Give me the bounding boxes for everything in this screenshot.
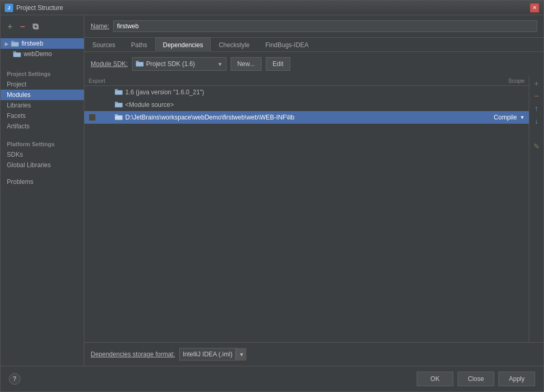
svg-rect-4 (13, 51, 16, 53)
sidebar-item-global-libraries[interactable]: Global Libraries (1, 160, 84, 170)
dep-scope-arrow-icon: ▼ (520, 115, 525, 120)
svg-rect-5 (14, 53, 20, 57)
sdk-folder-icon (136, 60, 144, 68)
tree-label-firstweb: firstweb (21, 40, 43, 47)
dep-export-cell-lib (89, 114, 115, 121)
dep-checkbox-lib[interactable] (89, 114, 96, 121)
dep-col-name-header (120, 78, 472, 84)
dep-col-scope-header: Scope (472, 78, 525, 84)
right-panel: Name: Sources Paths Dependencies Checkst… (84, 15, 543, 366)
name-input[interactable] (113, 20, 537, 32)
tree-toggle-firstweb: ▶ (5, 41, 11, 47)
sidebar-add-button[interactable]: + (5, 21, 15, 32)
sdk-dropdown[interactable]: Project SDK (1.6) ▼ (132, 57, 226, 71)
dep-table-header: Export Scope (84, 76, 529, 86)
dep-move-up-button[interactable]: ↑ (531, 103, 542, 114)
dep-scope-lib[interactable]: Compile ▼ (472, 114, 525, 121)
new-sdk-button[interactable]: New... (231, 57, 262, 71)
dep-name-jdk: 1.6 (java version "1.6.0_21") (125, 89, 472, 96)
apply-button[interactable]: Apply (498, 372, 535, 386)
tree-item-firstweb[interactable]: ▶ firstweb (1, 38, 84, 49)
sdk-row: Module SDK: Project SDK (1.6) ▼ New... E… (84, 52, 543, 76)
name-label: Name: (91, 23, 109, 30)
tab-bar: Sources Paths Dependencies Checkstyle Fi… (84, 38, 543, 52)
storage-dropdown-arrow-icon[interactable]: ▼ (236, 348, 246, 361)
dep-table-main: Export Scope (84, 76, 529, 342)
tree-label-webdemo: webDemo (24, 50, 52, 58)
dep-action-buttons: + − ↑ ↓ ✎ (529, 76, 543, 342)
sidebar-item-project[interactable]: Project (1, 79, 84, 90)
dep-col-export-header: Export (89, 78, 120, 84)
dep-remove-button[interactable]: − (531, 91, 542, 101)
storage-dropdown-container: IntelliJ IDEA (.iml) ▼ (179, 348, 247, 361)
sdk-value: Project SDK (1.6) (146, 60, 195, 68)
svg-rect-14 (115, 103, 122, 107)
sidebar-item-artifacts[interactable]: Artifacts (1, 121, 84, 132)
storage-dropdown[interactable]: IntelliJ IDEA (.iml) (179, 348, 236, 361)
tab-paths[interactable]: Paths (123, 38, 155, 52)
svg-rect-13 (115, 102, 118, 103)
close-button[interactable]: Close (458, 372, 494, 386)
tab-sources[interactable]: Sources (84, 38, 123, 52)
storage-format-row: Dependencies storage format: IntelliJ ID… (84, 342, 543, 366)
dependencies-container: Export Scope (84, 76, 543, 366)
svg-rect-17 (115, 116, 122, 119)
dep-name-lib: D:\JetBrains\workspace\webDemo\firstweb\… (125, 114, 472, 121)
app-icon: J (5, 4, 13, 12)
dep-scope-value-lib: Compile (494, 114, 517, 121)
project-settings-section: Project Settings Project Modules Librari… (1, 68, 84, 132)
module-tree: ▶ firstweb (1, 36, 84, 61)
svg-rect-11 (115, 91, 122, 94)
dep-folder-icon-lib (115, 114, 123, 122)
sidebar-item-facets[interactable]: Facets (1, 111, 84, 121)
dep-folder-icon-jdk (115, 89, 123, 96)
dep-row-module-source[interactable]: <Module source> (84, 99, 529, 111)
dep-row-jdk[interactable]: 1.6 (java version "1.6.0_21") (84, 86, 529, 99)
sidebar-copy-button[interactable]: ⧉ (30, 21, 40, 32)
svg-rect-7 (136, 61, 139, 62)
window-controls: ✕ (530, 3, 539, 13)
sidebar-item-problems[interactable]: Problems (1, 177, 84, 187)
platform-settings-header: Platform Settings (1, 138, 84, 149)
main-content: + − ⧉ ▶ firstweb (1, 15, 543, 366)
sidebar: + − ⧉ ▶ firstweb (1, 15, 84, 366)
dep-add-button[interactable]: + (531, 78, 542, 89)
sidebar-toolbar: + − ⧉ (1, 19, 84, 34)
svg-rect-16 (115, 114, 118, 116)
storage-label: Dependencies storage format: (91, 351, 175, 358)
title-bar: J Project Structure ✕ (1, 1, 543, 15)
sidebar-item-modules[interactable]: Modules (1, 90, 84, 100)
svg-rect-8 (136, 62, 143, 66)
edit-sdk-button[interactable]: Edit (266, 57, 290, 71)
dep-folder-icon-module-source (115, 101, 123, 109)
name-row: Name: (84, 15, 543, 38)
ok-button[interactable]: OK (417, 372, 453, 386)
folder-icon-firstweb (11, 40, 19, 47)
sdk-dropdown-arrow-icon: ▼ (217, 61, 223, 67)
other-section: Problems (1, 177, 84, 187)
dep-rows: 1.6 (java version "1.6.0_21") (84, 86, 529, 342)
dep-row-lib[interactable]: D:\JetBrains\workspace\webDemo\firstweb\… (84, 111, 529, 124)
svg-rect-1 (11, 41, 14, 42)
platform-settings-section: Platform Settings SDKs Global Libraries (1, 138, 84, 170)
tab-checkstyle[interactable]: Checkstyle (211, 38, 257, 52)
sdk-label: Module SDK: (91, 60, 128, 68)
dep-table-with-buttons: Export Scope (84, 76, 543, 342)
project-structure-window: J Project Structure ✕ + − ⧉ ▶ (0, 0, 544, 392)
sidebar-item-sdks[interactable]: SDKs (1, 149, 84, 160)
dep-name-module-source: <Module source> (125, 101, 472, 108)
tab-findbugs[interactable]: FindBugs-IDEA (257, 38, 317, 52)
sidebar-item-libraries[interactable]: Libraries (1, 100, 84, 111)
close-window-button[interactable]: ✕ (530, 3, 539, 13)
tab-dependencies[interactable]: Dependencies (155, 38, 211, 52)
sidebar-remove-button[interactable]: − (17, 21, 28, 32)
svg-rect-10 (115, 89, 118, 91)
dep-move-down-button[interactable]: ↓ (531, 116, 542, 126)
help-button[interactable]: ? (9, 373, 20, 385)
dep-edit-button[interactable]: ✎ (531, 141, 542, 151)
bottom-bar: ? OK Close Apply (1, 366, 543, 391)
window-title: Project Structure (16, 4, 63, 12)
folder-icon-webdemo (13, 51, 21, 57)
project-settings-header: Project Settings (1, 68, 84, 79)
tree-item-webdemo[interactable]: webDemo (1, 49, 84, 59)
